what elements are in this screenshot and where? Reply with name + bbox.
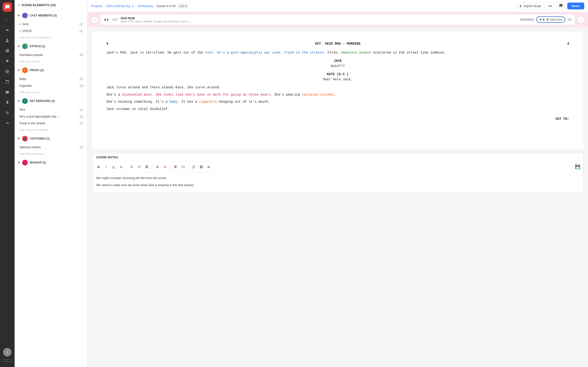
pen-icon[interactable]: ✏: [3, 26, 11, 34]
setdressing-count-warzone: 1: [79, 115, 84, 118]
app-logo: [3, 2, 12, 12]
props-item-baby: Baby 1: [15, 75, 87, 82]
align-button[interactable]: [172, 164, 179, 170]
cast-num-4: 4: [19, 23, 21, 26]
bold-button[interactable]: B: [95, 164, 102, 170]
cast-count-gail: 1: [79, 23, 84, 26]
highlight-baby: baby: [170, 100, 178, 104]
toolbar-divider-1: [126, 165, 127, 169]
add-extras-button[interactable]: Add more extras...: [15, 58, 87, 65]
sidebar-chevron[interactable]: ▼: [17, 4, 20, 7]
more-options-button[interactable]: •••: [546, 3, 555, 10]
notes-line-1: We might consider removing the fire from…: [96, 175, 579, 181]
costumes-item-tattered: Tattered clothes 1: [15, 144, 87, 150]
cast-num-5: 5: [19, 29, 21, 33]
setdressing-name-warzone: He's a post-apocalyptic war ...: [19, 115, 79, 118]
actor-num-5: 5: [543, 18, 544, 21]
list-icon[interactable]: [3, 119, 11, 127]
setdressing-icon: 🪑: [22, 98, 28, 104]
highlight-homeless: Homeless people: [342, 51, 371, 55]
character-kate: KATE (O.C.): [106, 72, 569, 77]
breadcrumb-scheduling[interactable]: Scheduling: [138, 4, 153, 8]
setdressing-item-warzone: He's a post-apocalyptic war ... 1: [15, 113, 87, 120]
ordered-list-button[interactable]: [129, 164, 135, 170]
scene-number-select[interactable]: 4 ▾: [104, 18, 108, 22]
scene-elements-sidebar: ▼ SCENE ELEMENTS (10) ▼ 👤 CAST MEMBERS (…: [15, 0, 87, 367]
highlight-tattered: tattered clothes: [302, 93, 334, 97]
link-button[interactable]: 🔗: [190, 164, 197, 170]
chat-button[interactable]: [556, 2, 565, 10]
props-item-cigarette: Cigarette 1: [15, 82, 87, 89]
user-avatar[interactable]: J: [3, 348, 11, 356]
notes-line-2: We need to make sure we know what Jack i…: [96, 183, 579, 188]
folder-icon[interactable]: [3, 88, 11, 96]
strikethrough-button[interactable]: S: [118, 164, 124, 170]
sep3: ›: [154, 4, 155, 8]
breadcrumb-scene: Scene 4 of 24: [157, 4, 175, 8]
italic-button[interactable]: I: [103, 164, 109, 170]
notes-save-button[interactable]: 💾: [575, 164, 580, 169]
scene-strip: ‹ 4 ▾ EXT SKID ROW Jack's POV. Jack is t…: [87, 12, 588, 27]
scene-num-chevron: ▾: [107, 18, 108, 22]
add-costumes-button[interactable]: Add more costumes...: [15, 150, 87, 157]
sliders-icon[interactable]: [3, 108, 11, 117]
makeup-chevron: ▼: [17, 161, 20, 164]
dialogue-kate: Over here Jack.: [106, 77, 569, 82]
version-selector[interactable]: v11 ▾: [177, 4, 188, 8]
setdressing-section-header[interactable]: ▼ 🪑 SET DRESSING (3): [15, 96, 87, 106]
props-label: PROPS (2): [30, 69, 44, 72]
scene-title: SKID ROW: [121, 17, 518, 20]
highlight-cigarette: cigarette: [199, 100, 217, 104]
user-icon[interactable]: [3, 36, 11, 45]
font-color-button[interactable]: A: [154, 164, 161, 170]
notes-toolbar: B I U S A A: [92, 162, 583, 172]
costumes-section-header[interactable]: ▼ 👗 COSTUMES (1): [15, 133, 87, 144]
scene-time-of-day: MORNING: [520, 18, 534, 21]
setdressing-chevron: ▼: [17, 99, 20, 103]
prev-scene-button[interactable]: ‹: [91, 17, 98, 23]
top-bar: Projects › Extra Ordinary Ep. 2 › Schedu…: [87, 0, 588, 12]
extras-label: EXTRAS (1): [30, 45, 45, 48]
breadcrumb-projects[interactable]: Projects: [91, 4, 102, 8]
next-scene-button[interactable]: ›: [578, 17, 584, 23]
highlight-meth: She looks like she's been on meth for go…: [156, 93, 270, 97]
action-paragraph-5: Jack screams in total disbelief.: [106, 106, 569, 112]
highlight-button[interactable]: A: [162, 164, 168, 170]
setdressing-item-tent: Tent 1: [15, 106, 87, 113]
section-extras: ▼ 👥 EXTRAS (1) Homeless people 5 Add mor…: [15, 41, 87, 65]
add-cast-button[interactable]: Add more cast members...: [15, 34, 87, 41]
import-script-button[interactable]: Import Script: [516, 3, 544, 9]
setdressing-count-tent: 1: [79, 108, 84, 111]
extras-section-header[interactable]: ▼ 👥 EXTRAS (1): [15, 41, 87, 51]
cast-name-gail: GAIL: [22, 22, 79, 26]
book-icon[interactable]: [3, 47, 11, 55]
props-section-header[interactable]: ▼ 🎯 PROPS (2): [15, 65, 87, 75]
share-button[interactable]: Share: [567, 3, 584, 9]
calendar-icon[interactable]: [3, 77, 11, 86]
setdressing-count-trash: 1: [79, 122, 84, 125]
scene-heading-text: EXT. SKID ROW – MORNING: [315, 41, 360, 46]
add-props-button[interactable]: Add more props...: [15, 89, 87, 96]
notes-content[interactable]: We might consider removing the fire from…: [92, 172, 583, 193]
sep2: ›: [135, 4, 136, 8]
clear-format-button[interactable]: Tx: [180, 164, 186, 170]
makeup-section-header[interactable]: ▼ 💄 MAKEUP (1): [15, 158, 87, 168]
image-button[interactable]: 🖼: [198, 164, 204, 170]
toolbar-divider-4: [188, 165, 188, 169]
action-paragraph-2: Jack turns around and there stands Kate.…: [106, 85, 569, 90]
globe-icon[interactable]: [3, 67, 11, 76]
breadcrumb-show[interactable]: Extra Ordinary Ep. 2: [106, 4, 134, 8]
underline-button[interactable]: U: [110, 164, 117, 170]
highlight-disheveled: disheveled mess.: [122, 93, 154, 97]
costumes-label: COSTUMES (1): [30, 137, 50, 140]
bullet-list-button[interactable]: [136, 164, 143, 170]
cast-section-header[interactable]: ▼ 👤 CAST MEMBERS (2): [15, 10, 87, 21]
table-button[interactable]: ⊞: [205, 164, 212, 170]
props-name-cigarette: Cigarette: [19, 84, 79, 87]
add-setdressing-button[interactable]: Add more set dressing...: [15, 127, 87, 133]
pin-icon[interactable]: [3, 98, 11, 107]
layers-icon[interactable]: [3, 57, 11, 65]
back-icon[interactable]: ←: [3, 16, 11, 24]
costumes-count-tattered: 1: [79, 146, 84, 149]
indent-button[interactable]: [143, 164, 150, 170]
